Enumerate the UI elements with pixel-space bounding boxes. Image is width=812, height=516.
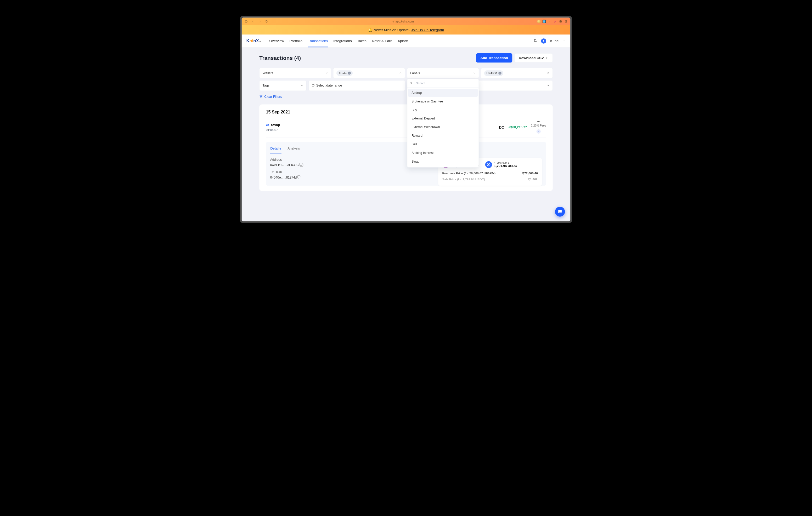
- chevron-down-icon: [325, 71, 328, 75]
- main-nav: KoinX™ OverviewPortfolioTransactionsInte…: [242, 34, 570, 48]
- nav-transactions[interactable]: Transactions: [308, 34, 328, 47]
- nav-refer-earn[interactable]: Refer & Earn: [372, 34, 392, 47]
- banner-link[interactable]: Join Us On Telegarm: [411, 28, 444, 32]
- chevron-down-icon: [473, 71, 475, 75]
- ethereum-icon: ♦: [494, 162, 496, 164]
- nav-taxes[interactable]: Taxes: [357, 34, 366, 47]
- nav-portfolio[interactable]: Portfolio: [290, 34, 303, 47]
- filter-chip-trade[interactable]: Trade: [337, 70, 353, 76]
- download-icon: [545, 57, 548, 60]
- received-amount-partial: DC: [499, 125, 504, 129]
- txhash-label: Tx Hash: [270, 171, 434, 174]
- collapse-toggle[interactable]: [536, 129, 541, 133]
- nav-xplore[interactable]: Xplore: [398, 34, 408, 47]
- search-icon: [410, 82, 413, 85]
- filter-transaction-type[interactable]: Trade: [333, 68, 405, 79]
- label-option[interactable]: Swap: [408, 158, 478, 165]
- svg-point-13: [410, 82, 412, 83]
- swap-icon: [266, 123, 269, 126]
- svg-line-14: [412, 83, 412, 84]
- sale-price-value: ₹1.40L: [528, 178, 538, 181]
- fee-label: 2.23% Fees: [531, 124, 546, 127]
- browser-chrome: app.koinx.com ✦: [242, 18, 570, 25]
- more-icon[interactable]: [537, 121, 541, 122]
- label-option[interactable]: Brokerage or Gas Fee: [408, 97, 478, 105]
- sidebar-toggle-icon[interactable]: [244, 20, 248, 24]
- copy-icon[interactable]: [300, 164, 303, 167]
- labels-search[interactable]: [407, 79, 478, 87]
- labels-dropdown: AirdropBrokerage or Gas FeeBuyExternal D…: [407, 79, 479, 168]
- token-usdc-icon: [485, 161, 492, 168]
- filter-date-range[interactable]: Select date range: [309, 81, 405, 91]
- labels-search-input[interactable]: [416, 81, 476, 85]
- address-value: 0XAFB1......3E630C: [270, 163, 299, 167]
- filter-labels[interactable]: Labels AirdropBrokerage or Gas FeeBuyExt…: [407, 68, 479, 79]
- label-option[interactable]: Buy: [408, 106, 478, 114]
- transaction-time: 01:04:07: [266, 128, 292, 132]
- label-option[interactable]: External Deposit: [408, 115, 478, 123]
- chat-icon: [557, 209, 562, 214]
- notifications-icon[interactable]: [533, 39, 537, 43]
- user-menu-chevron-icon[interactable]: [563, 39, 566, 42]
- copy-icon[interactable]: [298, 176, 301, 179]
- filter-coin[interactable]: UFARM: [481, 68, 552, 79]
- tab-details[interactable]: Details: [270, 145, 282, 153]
- transaction-row[interactable]: Swap 01:04:07 ♦Ethereum-1 -26,666.67 UFA…: [266, 119, 546, 138]
- clear-filters-button[interactable]: Clear Filters: [259, 95, 552, 98]
- extension-pencil-icon[interactable]: [553, 20, 557, 23]
- filter-wallets[interactable]: Wallets: [259, 68, 331, 79]
- label-option[interactable]: External Withdrawal: [408, 123, 478, 131]
- download-csv-button[interactable]: Download CSV: [514, 53, 552, 62]
- detail-panel: Details Analysis Address 0XAFB1......3E6…: [266, 142, 546, 186]
- clear-filter-icon[interactable]: [547, 71, 550, 75]
- address-bar[interactable]: app.koinx.com: [271, 20, 534, 23]
- svg-point-27: [540, 121, 540, 122]
- purchase-price-label: Purchase Price (for 26,666.67 UFARM):: [442, 172, 496, 175]
- back-icon[interactable]: [251, 20, 255, 24]
- svg-rect-0: [245, 21, 247, 23]
- transaction-card: 15 Sep 2021 Swap 01:04:07 ♦Ethereum-1 -2…: [259, 104, 552, 191]
- tabs-icon[interactable]: [564, 20, 568, 23]
- label-option[interactable]: Airdrop: [408, 89, 478, 97]
- extension-coin-icon[interactable]: [537, 20, 541, 23]
- extension-grid-icon[interactable]: [543, 20, 546, 23]
- transaction-date: 15 Sep 2021: [266, 110, 546, 115]
- gain-amount: +₹68,215.77: [508, 125, 527, 129]
- page-title: Transactions (4): [259, 55, 301, 61]
- add-transaction-button[interactable]: Add Transaction: [476, 53, 512, 62]
- label-option[interactable]: Staking Interest: [408, 149, 478, 157]
- svg-point-25: [537, 121, 538, 122]
- nav-overview[interactable]: Overview: [269, 34, 284, 47]
- nav-integrations[interactable]: Integrations: [333, 34, 352, 47]
- filter-chip-ufarm[interactable]: UFARM: [484, 70, 503, 76]
- purchase-price-value: ₹72,000.40: [522, 172, 538, 175]
- svg-rect-19: [312, 85, 314, 86]
- chat-fab[interactable]: [555, 207, 565, 217]
- forward-icon[interactable]: [258, 20, 262, 24]
- transaction-type: Swap: [266, 123, 292, 127]
- extension-star-icon[interactable]: ✦: [548, 20, 552, 23]
- chevron-down-icon: [547, 84, 550, 87]
- reload-icon[interactable]: [265, 20, 269, 24]
- lock-icon: [392, 20, 394, 23]
- user-name: Kunal: [550, 39, 559, 43]
- promo-banner[interactable]: 🔔 Never Miss An Update- Join Us On Teleg…: [242, 25, 570, 34]
- avatar[interactable]: [541, 38, 546, 44]
- tab-analysis[interactable]: Analysis: [287, 145, 300, 153]
- brand-logo[interactable]: KoinX™: [246, 38, 261, 43]
- sale-price-label: Sale Price (for 1,791.94 USDC):: [442, 178, 486, 181]
- funnel-clear-icon: [259, 95, 263, 98]
- banner-text: Never Miss An Update-: [374, 28, 410, 32]
- chip-remove-icon[interactable]: [498, 72, 501, 75]
- share-icon[interactable]: [559, 20, 562, 23]
- url-text: app.koinx.com: [396, 20, 414, 23]
- filter-tags[interactable]: Tags: [259, 81, 306, 91]
- chip-remove-icon[interactable]: [348, 72, 351, 75]
- bell-emoji-icon: 🔔: [368, 28, 373, 32]
- label-option[interactable]: Reward: [408, 132, 478, 140]
- chevron-down-icon: [300, 84, 303, 87]
- clear-filter-icon[interactable]: [399, 71, 402, 75]
- svg-point-26: [538, 121, 539, 122]
- svg-rect-2: [393, 22, 394, 22]
- label-option[interactable]: Sell: [408, 140, 478, 148]
